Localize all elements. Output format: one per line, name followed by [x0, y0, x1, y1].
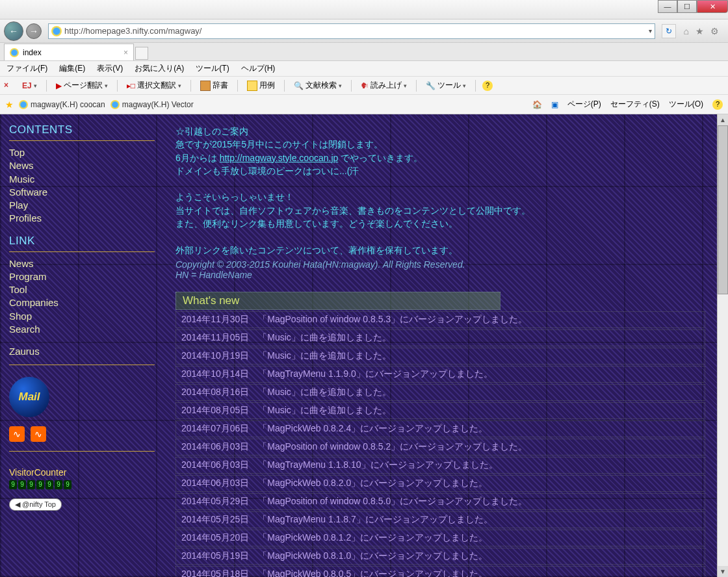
- vertical-scrollbar[interactable]: ▲ ▼: [717, 114, 728, 577]
- ie-icon: [10, 48, 19, 57]
- news-item[interactable]: 2014年08月05日 「Music」に曲を追加しました。: [176, 402, 705, 419]
- sidebar-link-shop[interactable]: Shop: [9, 310, 155, 323]
- sidebar-item-top[interactable]: Top: [9, 146, 155, 159]
- news-item[interactable]: 2014年11月30日 「MagPosition of window 0.8.5…: [176, 311, 705, 328]
- sidebar-link-companies[interactable]: Companies: [9, 296, 155, 309]
- news-item[interactable]: 2014年05月20日 「MagPickWeb 0.8.1.2」にバージョンアッ…: [176, 530, 705, 546]
- news-item[interactable]: 2014年05月29日 「MagPosition of window 0.8.5…: [176, 493, 705, 510]
- menu-tools[interactable]: ツール(T): [196, 63, 229, 74]
- news-item[interactable]: 2014年05月19日 「MagPickWeb 0.8.1.0」にバージョンアッ…: [176, 548, 705, 565]
- sidebar-link-program[interactable]: Program: [9, 270, 155, 283]
- sidebar-item-music[interactable]: Music: [9, 173, 155, 186]
- visitor-counter-label: VisitorCounter: [9, 467, 155, 478]
- tool-button[interactable]: 🔧ツール: [423, 79, 469, 92]
- sidebar-item-zaurus[interactable]: Zaurus: [9, 345, 155, 358]
- selection-translate-button[interactable]: ▸□選択文翻訳: [124, 79, 184, 92]
- address-bar[interactable]: ▾: [48, 23, 655, 39]
- menu-view[interactable]: 表示(V): [97, 63, 123, 74]
- new-site-link[interactable]: http://magway.style.coocan.jp: [220, 153, 339, 163]
- sidebar-link-search[interactable]: Search: [9, 323, 155, 336]
- ej-button[interactable]: EJ: [20, 80, 40, 92]
- main-content: ☆引越しのご案内 急ですが2015年5月中にこのサイトは閉鎖します。 6月からは…: [164, 114, 717, 577]
- window-titlebar: — ☐ ✕: [0, 0, 728, 19]
- add-favorite-icon[interactable]: ★: [5, 99, 14, 110]
- favorites-icon[interactable]: ★: [696, 26, 704, 36]
- browser-window: — ☐ ✕ ← → ▾ ↻ ⌂ ★ ⚙ index × ファイル(F) 編集(E…: [0, 0, 728, 577]
- settings-icon[interactable]: ⚙: [710, 26, 719, 36]
- news-item[interactable]: 2014年06月03日 「MagTrayMenu 1.1.8.10」にバージョン…: [176, 457, 705, 474]
- cmd-page[interactable]: ページ(P): [567, 99, 601, 110]
- fav-link-coocan[interactable]: magway(K.H) coocan: [19, 100, 105, 109]
- news-item[interactable]: 2014年11月05日 「Music」に曲を追加しました。: [176, 329, 705, 346]
- cmd-feeds[interactable]: ▣: [551, 100, 558, 109]
- cmd-tools[interactable]: ツール(O): [669, 99, 703, 110]
- cmd-safety[interactable]: セーフティ(S): [610, 99, 660, 110]
- back-button[interactable]: ←: [4, 21, 23, 41]
- visitor-counter: 9999999: [9, 480, 155, 489]
- menu-bar: ファイル(F) 編集(E) 表示(V) お気に入り(A) ツール(T) ヘルプ(…: [0, 61, 728, 77]
- tab-index[interactable]: index ×: [4, 44, 134, 60]
- tab-strip: index ×: [0, 43, 728, 61]
- sidebar-link-news[interactable]: News: [9, 257, 155, 270]
- home-icon[interactable]: ⌂: [684, 26, 689, 36]
- news-item[interactable]: 2014年05月18日 「MagPickWeb 0.8.0.5」にバージョンアッ…: [176, 566, 705, 577]
- scroll-up-icon[interactable]: ▲: [718, 114, 728, 125]
- sidebar-item-profiles[interactable]: Profiles: [9, 212, 155, 225]
- page-content: CONTENTS TopNewsMusicSoftwarePlayProfile…: [0, 114, 728, 577]
- page-translate-button[interactable]: ▶ページ翻訳: [53, 79, 110, 92]
- menu-file[interactable]: ファイル(F): [6, 63, 47, 74]
- close-button[interactable]: ✕: [697, 0, 728, 13]
- scroll-thumb[interactable]: [718, 125, 728, 294]
- sidebar-item-play[interactable]: Play: [9, 199, 155, 212]
- sidebar-item-news[interactable]: News: [9, 159, 155, 172]
- contents-heading: CONTENTS: [9, 123, 155, 136]
- sidebar-link-tool[interactable]: Tool: [9, 283, 155, 296]
- scroll-down-icon[interactable]: ▼: [718, 566, 728, 577]
- nav-bar: ← → ▾ ↻ ⌂ ★ ⚙: [0, 19, 728, 43]
- link-heading: LINK: [9, 235, 155, 248]
- news-item[interactable]: 2014年10月19日 「Music」に曲を追加しました。: [176, 348, 705, 365]
- forward-button[interactable]: →: [26, 23, 42, 39]
- notice-text: ☆引越しのご案内 急ですが2015年5月中にこのサイトは閉鎖します。 6月からは…: [176, 125, 705, 257]
- favorites-bar: ★ magway(K.H) coocan magway(K.H) Vector …: [0, 95, 728, 114]
- new-tab-button[interactable]: [135, 47, 148, 60]
- dictionary-button[interactable]: 辞書: [198, 79, 231, 92]
- menu-edit[interactable]: 編集(E): [59, 63, 85, 74]
- mail-button[interactable]: Mail: [9, 377, 49, 417]
- minimize-button[interactable]: —: [658, 0, 677, 13]
- sidebar: CONTENTS TopNewsMusicSoftwarePlayProfile…: [0, 114, 164, 577]
- doc-search-button[interactable]: 🔍文献検索: [291, 79, 344, 92]
- refresh-button[interactable]: ↻: [662, 24, 676, 38]
- close-toolbar-icon[interactable]: ×: [4, 81, 14, 91]
- news-item[interactable]: 2014年07月06日 「MagPickWeb 0.8.2.4」にバージョンアッ…: [176, 420, 705, 437]
- tab-close-icon[interactable]: ×: [124, 48, 128, 57]
- news-item[interactable]: 2014年10月14日 「MagTrayMenu 1.1.9.0」にバージョンア…: [176, 366, 705, 383]
- tab-title: index: [23, 48, 42, 57]
- read-aloud-button[interactable]: 🗣読み上げ: [358, 79, 410, 92]
- nifty-top-button[interactable]: ◀ @nifty Top: [9, 498, 62, 511]
- menu-help[interactable]: ヘルプ(H): [241, 63, 276, 74]
- translation-toolbar: × EJ ▶ページ翻訳 ▸□選択文翻訳 辞書 用例 🔍文献検索 🗣読み上げ 🔧ツ…: [0, 77, 728, 95]
- example-button[interactable]: 用例: [244, 79, 278, 92]
- maximize-button[interactable]: ☐: [677, 0, 697, 13]
- news-item[interactable]: 2014年06月03日 「MagPickWeb 0.8.2.0」にバージョンアッ…: [176, 475, 705, 492]
- whats-new-heading: What's new: [176, 292, 500, 310]
- help-icon[interactable]: ?: [482, 81, 493, 91]
- ie-icon: [110, 100, 120, 109]
- news-item[interactable]: 2014年08月16日 「Music」に曲を追加しました。: [176, 384, 705, 401]
- news-item[interactable]: 2014年05月25日 「MagTrayMenu 1.1.8.7」にバージョンア…: [176, 511, 705, 528]
- sidebar-item-software[interactable]: Software: [9, 186, 155, 199]
- copyright-text: Copyright © 2003-2015 Kouhei Hata(HN:mag…: [176, 259, 705, 270]
- news-item[interactable]: 2014年06月03日 「MagPosition of window 0.8.5…: [176, 439, 705, 455]
- url-dropdown-icon[interactable]: ▾: [649, 27, 652, 34]
- handlename-note: HN = HandleName: [176, 270, 705, 280]
- fav-link-vector[interactable]: magway(K.H) Vector: [110, 100, 194, 109]
- rss-icon[interactable]: ∿: [31, 426, 46, 442]
- menu-favorites[interactable]: お気に入り(A): [135, 63, 184, 74]
- ie-icon: [51, 26, 62, 36]
- news-list: 2014年11月30日 「MagPosition of window 0.8.5…: [176, 311, 705, 577]
- rss-icon[interactable]: ∿: [9, 426, 25, 442]
- cmd-help-icon[interactable]: ?: [712, 99, 723, 110]
- cmd-home[interactable]: 🏠: [532, 100, 542, 109]
- url-input[interactable]: [64, 26, 649, 36]
